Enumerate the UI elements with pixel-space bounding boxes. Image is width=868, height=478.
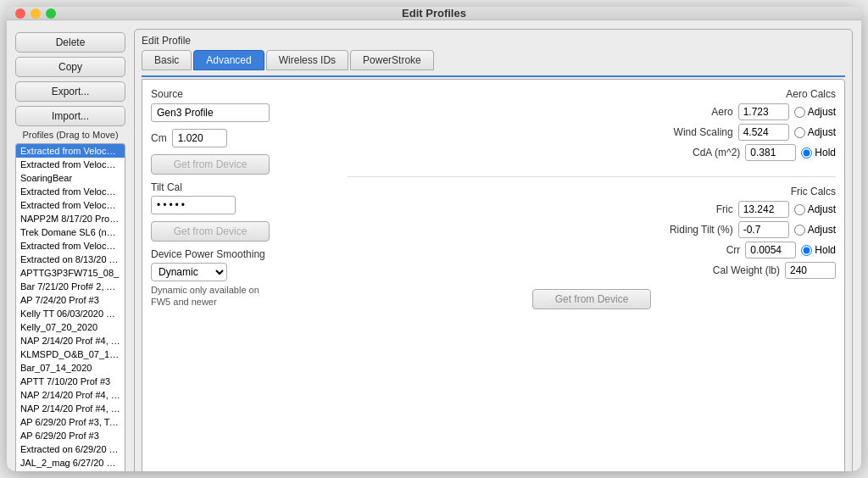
wind-scaling-radio-adjust[interactable]: Adjust [794,126,836,138]
window-title: Edit Profiles [402,7,466,19]
riding-tilt-input[interactable] [738,221,789,238]
list-item[interactable]: AP 7/24/20 Prof #3 [16,293,125,307]
tab-wireless-ids[interactable]: Wireless IDs [266,50,348,70]
fric-label: Fric [665,203,733,215]
tilt-cal-label: Tilt Cal [151,181,182,193]
list-item[interactable]: Extracted from Velocomp_08_13_202 [16,198,125,212]
close-button[interactable] [15,8,25,19]
get-device-right-btn[interactable]: Get from Device [532,289,651,309]
crr-radio-hold[interactable]: Hold [801,244,836,256]
fric-radio-adjust[interactable]: Adjust [794,203,836,215]
window-body: Delete Copy Export... Import... Profiles… [7,20,861,471]
right-panel: Edit Profile Basic Advanced Wireless IDs… [134,29,853,471]
list-item[interactable]: APTT 7/10/20 Prof #3 [16,375,125,388]
fric-input[interactable] [738,201,789,218]
action-buttons: Delete Copy Export... Import... [15,32,125,126]
list-item[interactable]: NAPP2M 8/17/20 Prof #4 [16,212,125,225]
list-item[interactable]: Extracted from Velocomp_08_13_202 [16,185,125,198]
crr-radio-group: Hold [801,244,836,256]
list-item[interactable]: AP 6/29/20 Prof #3, Tweaked 6/29/2 [16,415,125,429]
cda-input[interactable] [745,144,796,161]
profile-list[interactable]: Extracted from Velocomp_07_19_2Extracted… [15,143,125,471]
ps-select-row: Dynamic Static [151,263,337,281]
aero-radio-adjust[interactable]: Adjust [794,106,836,118]
tab-left-col: Source Cm Get from Device Tilt Cal [151,88,337,471]
copy-button[interactable]: Copy [15,57,125,77]
fric-section-title: Fric Calcs [348,186,836,197]
aero-radio-group: Adjust [794,106,836,118]
crr-input[interactable] [745,242,796,258]
edit-profile-label: Edit Profile [142,35,845,47]
riding-tilt-row: Riding Tilt (%) Adjust [348,221,836,238]
list-item[interactable]: Extracted from Velocomp_08_13_202 [16,239,125,253]
export-button[interactable]: Export... [15,81,125,102]
aero-input[interactable] [738,103,789,120]
get-device-btn-2[interactable]: Get from Device [151,221,270,242]
tab-powerstroke[interactable]: PowerStroke [350,50,434,70]
maximize-button[interactable] [46,8,56,19]
list-item[interactable]: Extracted from APG3P2FW714_06_2 [16,470,125,471]
list-item[interactable]: NAP 2/14/20 Prof #4, Tweaked 6/8/2 [16,388,125,402]
power-smoothing-note: Dynamic only available onFW5 and newer [151,284,337,308]
cm-input[interactable] [172,129,227,147]
list-item[interactable]: JAL_2_mag 6/27/20 Prof #2 [16,456,125,470]
list-item[interactable]: Extracted from Velocomp_08_23_202 [16,158,125,171]
import-button[interactable]: Import... [15,106,125,126]
crr-hold-label: Hold [815,244,836,256]
cda-radio-group: Hold [801,147,836,158]
list-item[interactable]: Extracted on 6/29/20 Prof #3 [16,442,125,456]
power-smoothing-label: Device Power Smoothing [151,248,337,260]
cda-radio-hold[interactable]: Hold [801,147,836,158]
list-item[interactable]: NAP 2/14/20 Prof #4, Tweaked 6/8/2 [16,402,125,415]
riding-tilt-adjust-label: Adjust [808,224,836,236]
cm-row: Cm [151,129,337,147]
wind-scaling-radio-group: Adjust [794,126,836,138]
tabs-row: Basic Advanced Wireless IDs PowerStroke [142,50,845,70]
riding-tilt-label: Riding Tilt (%) [665,224,733,236]
tab-content-advanced: Source Cm Get from Device Tilt Cal [142,79,845,471]
list-item[interactable]: Bar_07_14_2020 [16,361,125,375]
crr-row: Crr Hold [348,242,836,258]
get-device-btn-1[interactable]: Get from Device [151,154,270,175]
aero-section-title: Aero Calcs [348,88,836,100]
cal-weight-row: Cal Weight (lb) [348,262,836,279]
wind-scaling-input[interactable] [738,124,789,141]
list-item[interactable]: AP 6/29/20 Prof #3 [16,429,125,442]
source-input[interactable] [151,103,270,122]
cal-weight-label: Cal Weight (lb) [712,264,780,276]
list-item[interactable]: Trek Domane SL6 (no cadence) 8/ [16,225,125,239]
tilt-cal-input[interactable] [151,196,236,214]
list-item[interactable]: Extracted on 8/13/20 Prof #4 [16,253,125,266]
list-item[interactable]: NAP 2/14/20 Prof #4, Tweaked 6/8/2 [16,334,125,347]
cda-hold-label: Hold [815,147,836,158]
tab-basic[interactable]: Basic [142,50,192,70]
titlebar: Edit Profiles [7,7,861,20]
aero-adjust-label: Adjust [808,106,836,118]
cda-label: CdA (m^2) [672,147,740,158]
crr-label: Crr [672,244,740,256]
tab-right-col: Aero Calcs Aero Adjust Wind Scaling [348,88,836,471]
tab-advanced[interactable]: Advanced [193,50,264,70]
source-group: Source [151,88,337,122]
riding-tilt-radio-adjust[interactable]: Adjust [794,224,836,236]
cda-row: CdA (m^2) Hold [348,144,836,161]
list-item[interactable]: APTTG3P3FW715_08_ [16,266,125,280]
delete-button[interactable]: Delete [15,32,125,53]
fric-adjust-label: Adjust [808,203,836,215]
wind-scaling-row: Wind Scaling Adjust [348,124,836,141]
list-item[interactable]: Extracted from Velocomp_07_19_2 [16,144,125,158]
list-item[interactable]: Kelly TT 06/03/2020 Prof# 4 [16,307,125,320]
section-divider [348,176,836,177]
fric-radio-group: Adjust [794,203,836,215]
cal-weight-input[interactable] [785,262,836,279]
power-smoothing-select[interactable]: Dynamic Static [151,263,227,281]
list-item[interactable]: KLMSPD_O&B_07_13_2020_0852_8_ [16,347,125,361]
riding-tilt-radio-group: Adjust [794,224,836,236]
list-item[interactable]: SoaringBear [16,171,125,185]
aero-section: Aero Calcs Aero Adjust Wind Scaling [348,88,836,164]
aero-row: Aero Adjust [348,103,836,120]
list-item[interactable]: Bar 7/21/20 Prof# 2, Tweaked 7/24/2 [16,280,125,293]
minimize-button[interactable] [31,8,41,19]
list-item[interactable]: Kelly_07_20_2020 [16,320,125,334]
window-controls [15,8,56,19]
